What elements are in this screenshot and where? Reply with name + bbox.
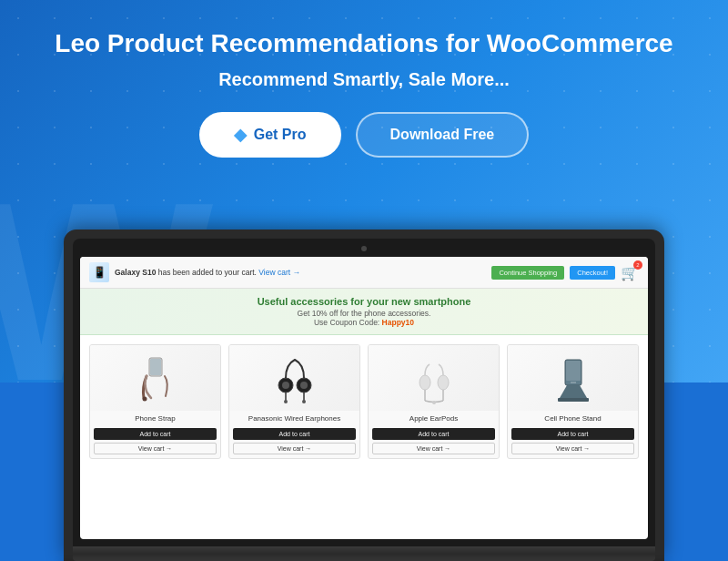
screen-bottom-padding [80, 459, 648, 477]
stand-actions: Add to cart View cart → [508, 424, 638, 458]
cart-badge: 2 [633, 260, 642, 270]
cart-text: Galaxy S10 has been added to your cart. … [115, 268, 300, 277]
earphones-name: Panasonic Wired Earphones [229, 411, 359, 424]
hero-title: Leo Product Recommendations for WooComme… [0, 27, 728, 60]
promo-title: Useful accessories for your new smartpho… [87, 296, 641, 307]
laptop-camera [361, 246, 367, 251]
hero-buttons: ◆ Get Pro Download Free [0, 112, 728, 158]
svg-point-6 [300, 382, 308, 389]
cart-product-name: Galaxy S10 [115, 268, 156, 277]
phone-strap-image [90, 345, 220, 411]
phone-strap-view-cart[interactable]: View cart → [94, 443, 217, 454]
promo-banner: Useful accessories for your new smartpho… [80, 289, 648, 335]
earpods-image [369, 345, 499, 411]
continue-shopping-button[interactable]: Continue Shopping [491, 266, 564, 280]
earphones-actions: Add to cart View cart → [229, 424, 359, 458]
svg-point-12 [438, 375, 449, 390]
phone-strap-add-to-cart[interactable]: Add to cart [94, 428, 217, 440]
svg-point-5 [282, 382, 289, 389]
laptop-screen: 📱 Galaxy S10 has been added to your cart… [80, 257, 648, 539]
product-card-earpods: Apple EarPods Add to cart View cart → [368, 344, 500, 459]
download-label: Download Free [390, 127, 495, 142]
earphones-add-to-cart[interactable]: Add to cart [233, 428, 356, 440]
view-cart-link[interactable]: View cart → [258, 268, 300, 277]
svg-rect-17 [566, 361, 581, 381]
product-card-phone-strap: Phone Strap Add to cart View cart → [89, 344, 221, 459]
svg-point-2 [142, 397, 147, 402]
stand-image [508, 345, 638, 411]
stand-add-to-cart[interactable]: Add to cart [511, 428, 634, 440]
diamond-icon: ◆ [234, 125, 247, 145]
phone-strap-name: Phone Strap [90, 411, 220, 424]
svg-point-10 [302, 400, 306, 403]
discount-text: Get 10% off for the phone accessories. [298, 309, 431, 318]
get-pro-label: Get Pro [254, 127, 307, 143]
stand-name: Cell Phone Stand [508, 411, 638, 424]
cart-left: 📱 Galaxy S10 has been added to your cart… [89, 262, 300, 282]
laptop-base [73, 546, 655, 561]
svg-rect-1 [150, 359, 161, 375]
coupon-prefix: Use Coupon Code: [314, 318, 379, 327]
earpods-view-cart[interactable]: View cart → [372, 443, 495, 454]
laptop-outer: 📱 Galaxy S10 has been added to your cart… [64, 230, 664, 561]
laptop-mockup: 📱 Galaxy S10 has been added to your cart… [64, 230, 664, 561]
cart-added-text: has been added to your cart. [158, 268, 257, 277]
svg-point-11 [420, 375, 430, 390]
product-thumbnail: 📱 [89, 262, 109, 282]
phone-strap-actions: Add to cart View cart → [90, 424, 220, 458]
download-free-button[interactable]: Download Free [356, 112, 530, 158]
promo-subtitle: Get 10% off for the phone accessories. U… [87, 309, 641, 327]
hero-section: Leo Product Recommendations for WooComme… [0, 0, 728, 158]
screen-content: 📱 Galaxy S10 has been added to your cart… [80, 257, 648, 477]
earpods-actions: Add to cart View cart → [369, 424, 499, 458]
cart-notification-bar: 📱 Galaxy S10 has been added to your cart… [80, 257, 648, 289]
earpods-name: Apple EarPods [369, 411, 499, 424]
cart-right: Continue Shopping Checkout! 🛒 2 [491, 264, 639, 281]
earpods-add-to-cart[interactable]: Add to cart [372, 428, 495, 440]
svg-rect-18 [558, 398, 589, 402]
laptop-bezel: 📱 Galaxy S10 has been added to your cart… [73, 239, 655, 546]
products-row: Phone Strap Add to cart View cart → [80, 335, 648, 459]
earphones-image [229, 345, 359, 411]
product-card-earphones: Panasonic Wired Earphones Add to cart Vi… [228, 344, 360, 459]
earphones-view-cart[interactable]: View cart → [233, 443, 356, 454]
stand-view-cart[interactable]: View cart → [511, 443, 634, 454]
product-card-stand: Cell Phone Stand Add to cart View cart → [507, 344, 639, 459]
checkout-button[interactable]: Checkout! [570, 266, 615, 280]
svg-point-9 [284, 400, 288, 403]
hero-subtitle: Recommend Smartly, Sale More... [0, 69, 728, 90]
get-pro-button[interactable]: ◆ Get Pro [199, 112, 341, 158]
cart-icon[interactable]: 🛒 2 [621, 264, 639, 281]
coupon-code: Happy10 [382, 318, 414, 327]
svg-point-15 [432, 401, 436, 404]
